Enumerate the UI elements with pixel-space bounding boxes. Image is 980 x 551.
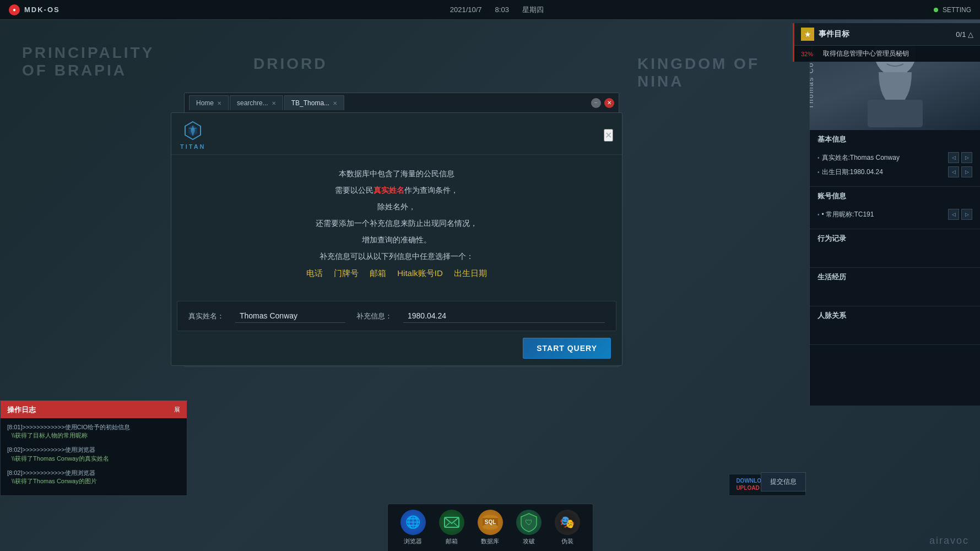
real-name-edit-btn[interactable]: ▷ xyxy=(961,152,972,163)
field-name-label: 真实姓名： xyxy=(188,311,224,321)
real-name-actions: ◁ ▷ xyxy=(948,152,972,163)
dob-text: 出生日期:1980.04.24 xyxy=(822,168,946,177)
titan-dialog-body: 本数据库中包含了海量的公民信息 需要以公民真实姓名作为查询条件， 除姓名外， 还… xyxy=(171,155,622,301)
titan-close-button[interactable]: ✕ xyxy=(604,129,613,142)
option-door[interactable]: 门牌号 xyxy=(334,268,359,279)
basic-info-title: 基本信息 xyxy=(810,130,980,144)
topbar-left: ● MDK-OS xyxy=(9,4,60,15)
field-name-input[interactable] xyxy=(235,309,345,323)
oplog-header[interactable]: 操作日志 展 xyxy=(1,402,187,418)
os-logo: ● xyxy=(9,4,20,15)
os-title: MDK-OS xyxy=(24,6,60,14)
taskbar-disguise[interactable]: 🎭 伪装 xyxy=(551,510,584,545)
mission-progress-row: 32% 取得信息管理中心管理员秘钥 xyxy=(794,46,980,62)
tab-search-close[interactable]: ✕ xyxy=(272,100,276,106)
submit-info-button[interactable]: 提交信息 xyxy=(761,472,806,491)
nickname-edit-btn[interactable]: ▷ xyxy=(961,209,972,220)
map-label-4: KINGDOM OFNINA xyxy=(637,55,760,90)
account-info-section: • • 常用昵称:TC191 ◁ ▷ xyxy=(810,203,980,229)
profile-panel: ✕ Thoma xyxy=(809,20,980,406)
field-extra-input[interactable] xyxy=(403,309,605,323)
titan-input-row: 真实姓名： 补充信息： xyxy=(177,301,616,331)
taskbar-mail[interactable]: 邮箱 xyxy=(435,510,468,545)
taskbar-mail-label: 邮箱 xyxy=(446,537,458,545)
option-dob[interactable]: 出生日期 xyxy=(454,268,487,279)
map-label-1: PRINCIPALITYOF BRAPIA xyxy=(22,44,154,79)
field-extra-label: 补充信息： xyxy=(356,311,392,321)
oplog-line-1-result: \\获得了目标人物的常用昵称 xyxy=(12,431,180,440)
browser-minimize-btn[interactable]: − xyxy=(591,98,601,108)
mission-pct: 32% xyxy=(801,51,819,57)
mail-icon xyxy=(439,510,464,535)
topbar-date: 2021/10/7 xyxy=(450,6,482,14)
tab-tb-close[interactable]: ✕ xyxy=(333,100,337,106)
tab-home-label: Home xyxy=(196,99,214,107)
oplog-expand-icon[interactable]: 展 xyxy=(174,406,180,414)
map-label-2: DRIORD xyxy=(253,55,327,73)
nickname-copy-btn[interactable]: ◁ xyxy=(948,209,959,220)
real-name-copy-btn[interactable]: ◁ xyxy=(948,152,959,163)
dob-field: • 出生日期:1980.04.24 ◁ ▷ xyxy=(817,166,972,177)
nickname-bullet: • xyxy=(817,212,820,218)
dob-actions: ◁ ▷ xyxy=(948,166,972,177)
taskbar-shield[interactable]: 🛡 攻破 xyxy=(512,510,545,545)
setting-label[interactable]: SETTING xyxy=(943,6,971,14)
titan-line-6: 补充信息可以从以下列信息中任意选择一个： xyxy=(188,249,605,264)
dob-copy-btn[interactable]: ◁ xyxy=(948,166,959,177)
titan-line-4: 还需要添加一个补充信息来防止出现同名情况， xyxy=(188,215,605,231)
titan-line-2: 需要以公民真实姓名作为查询条件， xyxy=(188,182,605,198)
life-title: 生活经历 xyxy=(810,268,980,282)
titan-line-1: 本数据库中包含了海量的公民信息 xyxy=(188,166,605,181)
real-name-bullet: • xyxy=(817,155,820,161)
browser-close-btn[interactable]: ✕ xyxy=(604,98,614,108)
mission-title: 事件目标 xyxy=(819,29,956,39)
taskbar-browser-label: 浏览器 xyxy=(404,537,422,545)
option-phone[interactable]: 电话 xyxy=(306,268,323,279)
taskbar-db-label: 数据库 xyxy=(481,537,499,545)
svg-rect-7 xyxy=(868,100,923,127)
titan-line-5: 增加查询的准确性。 xyxy=(188,232,605,247)
nickname-field: • • 常用昵称:TC191 ◁ ▷ xyxy=(817,209,972,220)
option-hitalk[interactable]: Hitalk账号ID xyxy=(397,268,443,279)
database-icon: SQL xyxy=(478,510,503,535)
mission-description: 取得信息管理中心管理员秘钥 xyxy=(823,49,973,58)
titan-dialog-header: TITAN ✕ xyxy=(171,113,622,155)
start-query-button[interactable]: START QUERY xyxy=(523,338,611,359)
taskbar-database[interactable]: SQL 数据库 xyxy=(474,510,507,545)
life-section xyxy=(810,284,980,306)
taskbar-browser[interactable]: 🌐 浏览器 xyxy=(397,510,430,545)
taskbar: 🌐 浏览器 邮箱 SQL 数据库 🛡 攻破 🎭 伪装 xyxy=(387,504,593,551)
browser-tab-tb[interactable]: TB_Thoma... ✕ xyxy=(284,95,344,110)
operation-log-panel: 操作日志 展 [8:01]>>>>>>>>>>>>使用CIO给予的初始信息 \\… xyxy=(0,401,187,496)
relations-section xyxy=(810,323,980,345)
oplog-entry-3: [8:02]>>>>>>>>>>>>使用浏览器 \\获得了Thomas Conw… xyxy=(7,468,180,486)
titan-dialog: TITAN ✕ 本数据库中包含了海量的公民信息 需要以公民真实姓名作为查询条件，… xyxy=(171,112,622,366)
topbar-time: 8:03 xyxy=(495,6,509,14)
tab-home-close[interactable]: ✕ xyxy=(217,100,221,106)
svg-text:🛡: 🛡 xyxy=(525,518,533,527)
status-dot xyxy=(934,8,938,12)
account-info-title: 账号信息 xyxy=(810,187,980,201)
oplog-content: [8:01]>>>>>>>>>>>>使用CIO给予的初始信息 \\获得了目标人物… xyxy=(1,418,187,496)
browser-icon: 🌐 xyxy=(400,510,426,535)
topbar: ● MDK-OS 2021/10/7 8:03 星期四 SETTING xyxy=(0,0,980,20)
svg-line-13 xyxy=(454,523,459,527)
tab-tb-label: TB_Thoma... xyxy=(291,99,329,107)
topbar-day: 星期四 xyxy=(522,5,544,15)
oplog-line-2-cmd: [8:02]>>>>>>>>>>>>使用浏览器 xyxy=(7,445,180,455)
titan-options-row: 电话 门牌号 邮箱 Hitalk账号ID 出生日期 xyxy=(188,268,605,279)
taskbar-shield-label: 攻破 xyxy=(523,537,535,545)
svg-text:SQL: SQL xyxy=(484,519,496,525)
nickname-text: • 常用昵称:TC191 xyxy=(822,210,946,219)
titan-logo-text: TITAN xyxy=(180,143,206,150)
oplog-line-2-result: \\获得了Thomas Conway的真实姓名 xyxy=(12,455,180,463)
option-email[interactable]: 邮箱 xyxy=(370,268,386,279)
mission-panel: ★ 事件目标 0/1 △ 32% 取得信息管理中心管理员秘钥 xyxy=(793,23,980,62)
titan-logo-icon xyxy=(183,121,203,143)
mission-count: 0/1 △ xyxy=(956,30,973,39)
oplog-title: 操作日志 xyxy=(7,405,36,415)
behavior-title: 行为记录 xyxy=(810,229,980,244)
dob-edit-btn[interactable]: ▷ xyxy=(961,166,972,177)
browser-tab-search[interactable]: searchre... ✕ xyxy=(230,95,283,110)
browser-tab-home[interactable]: Home ✕ xyxy=(189,95,229,110)
